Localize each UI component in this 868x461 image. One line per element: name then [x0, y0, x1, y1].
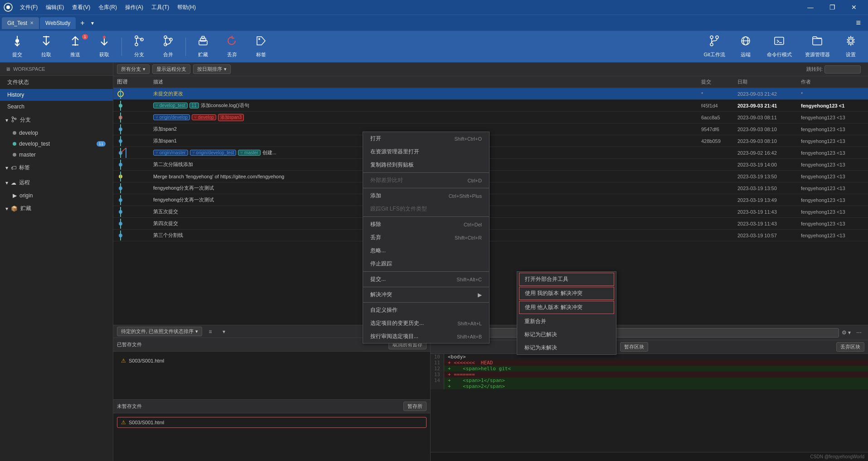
submenu-resolved-label: 标记为已解决: [524, 331, 557, 338]
author-7: fengyehong123 <13: [801, 174, 864, 179]
sidebar-branch-develop-test[interactable]: develop_test 11: [0, 138, 113, 149]
ctx-ignore[interactable]: 忽略...: [363, 244, 489, 257]
history-row-9[interactable]: fengyehong分支再一次测试 2023-03-19 13:49 fengy…: [113, 194, 868, 206]
author-8: fengyehong123 <13: [801, 186, 864, 191]
code-line-13: 13 + =======: [431, 372, 868, 378]
tab-git-test[interactable]: Git_Test ✕: [2, 17, 39, 29]
sidebar-branch-master[interactable]: master: [0, 149, 113, 160]
settings-button[interactable]: 设置: [837, 33, 864, 60]
menu-file[interactable]: 文件(F): [16, 2, 41, 13]
hamburger-menu-icon[interactable]: ≡: [856, 18, 866, 28]
history-row-1[interactable]: ⑂ develop_test 11 添加console.log()语句 f45f…: [113, 100, 868, 112]
history-row-5[interactable]: ⑂ origin/master ⑂ origin/develop_test ⑂ …: [113, 147, 868, 159]
submenu-open-merge-tool[interactable]: 打开外部合并工具: [519, 273, 614, 286]
submenu-mark-unresolved[interactable]: 标记为未解决: [517, 341, 616, 354]
minimize-button[interactable]: —: [800, 0, 821, 15]
tab-webstudy[interactable]: WebStudy: [40, 17, 76, 29]
merge-button[interactable]: 合并: [155, 33, 182, 60]
tab-dropdown-button[interactable]: ▾: [88, 18, 97, 28]
list-view-btn[interactable]: ≡: [205, 326, 216, 337]
history-row-4[interactable]: 添加span1 428b059 2023-09-03 08:10 fengyeh…: [113, 135, 868, 147]
commit-button[interactable]: 提交: [4, 33, 31, 60]
ctx-commit[interactable]: 提交... Shift+Alt+C: [363, 273, 489, 286]
pull-button[interactable]: 拉取: [33, 33, 60, 60]
ctx-open-explorer[interactable]: 在资源管理器里打开: [363, 145, 489, 158]
graph-0: [117, 89, 153, 99]
svg-point-24: [716, 36, 718, 39]
discard-block-btn[interactable]: 丢弃区块: [836, 342, 864, 352]
jumpto-input[interactable]: [824, 65, 861, 74]
tab-git-test-close[interactable]: ✕: [30, 20, 34, 25]
submenu-remerge[interactable]: 重新合并: [517, 315, 616, 328]
code-line-10: 10 <body>: [431, 354, 868, 360]
maximize-button[interactable]: ❐: [822, 0, 843, 15]
history-row-3[interactable]: 添加span2 9547df6 2023-09-03 08:10 fengyeh…: [113, 123, 868, 135]
date-5: 2023-09-02 16:42: [737, 150, 801, 156]
sidebar-section-stash[interactable]: ▾ 📦 贮藏: [0, 201, 113, 216]
warning-icon-unstaged: ⚠: [121, 419, 126, 426]
ctx-custom-action[interactable]: 自定义操作: [363, 304, 489, 317]
ctx-resolve-conflict[interactable]: 解决冲突 ▶ 打开外部合并工具 使用 我的版本 解决冲突 使用 他人版本 解决冲…: [363, 288, 489, 301]
sidebar-branch-develop[interactable]: develop: [0, 128, 113, 138]
sidebar-item-filestatus[interactable]: 文件状态: [0, 76, 113, 89]
workspace-header: 🖥 WORKSPACE: [0, 63, 113, 76]
menu-help[interactable]: 帮助(H): [174, 2, 199, 13]
ctx-remove[interactable]: 移除 Ctrl+Del: [363, 218, 489, 231]
branch-filter-dropdown[interactable]: 所有分支 ▾: [117, 64, 150, 74]
diff-settings-btn[interactable]: ⚙ ▾: [841, 327, 852, 338]
ctx-open[interactable]: 打开 Shift+Ctrl+O: [363, 132, 489, 145]
gitflow-button[interactable]: Git工作流: [698, 33, 730, 60]
submenu-mark-resolved[interactable]: 标记为已解决: [517, 328, 616, 341]
sidebar-item-history[interactable]: History: [0, 89, 113, 101]
close-button[interactable]: ✕: [844, 0, 864, 15]
tab-add-button[interactable]: +: [77, 17, 88, 29]
menu-view[interactable]: 查看(V): [68, 2, 94, 13]
ctx-sep-5: [363, 287, 489, 287]
history-row-12[interactable]: 第三个分割线 2023-03-19 10:57 fengyehong123 <1…: [113, 230, 868, 241]
history-row-10[interactable]: 第五次提交 2023-03-19 11:43 fengyehong123 <13: [113, 206, 868, 218]
sidebar-section-remotes[interactable]: ▾ ☁ 远程: [0, 175, 113, 190]
line-number: 14: [431, 378, 444, 383]
ctx-discard[interactable]: 丢弃 Shift+Ctrl+R: [363, 231, 489, 244]
remote-button[interactable]: 远端: [732, 33, 759, 60]
history-row-8[interactable]: fengyehong分支再一次测试 2023-03-19 13:50 fengy…: [113, 182, 868, 194]
ctx-stop-tracking[interactable]: 停止跟踪: [363, 257, 489, 270]
stage-all-btn[interactable]: 暂存所: [403, 402, 427, 411]
file-filter-dropdown[interactable]: 待定的文件, 已依照文件状态排序 ▾: [117, 327, 202, 336]
sidebar-section-branches[interactable]: ▾ 分支: [0, 113, 113, 128]
submenu-use-mine[interactable]: 使用 我的版本 解决冲突: [519, 287, 614, 300]
explorer-button[interactable]: 资源管理器: [799, 33, 835, 60]
history-row-0[interactable]: 未提交的更改 * 2023-09-03 21:42 *: [113, 88, 868, 100]
stage-block-btn[interactable]: 暂存区块: [620, 342, 648, 352]
sidebar-item-search[interactable]: Search: [0, 101, 113, 113]
unstaged-file-0[interactable]: ⚠ S003/S001.html: [117, 417, 427, 428]
menu-action[interactable]: 操作(A): [121, 2, 147, 13]
menu-repo[interactable]: 仓库(R): [95, 2, 121, 13]
staged-file-0[interactable]: ⚠ S003/S001.html: [117, 355, 427, 366]
ctx-change-history[interactable]: 选定项目的变更历史... Shift+Alt+L: [363, 317, 489, 330]
history-row-11[interactable]: 第四次提交 2023-03-19 11:43 fengyehong123 <13: [113, 218, 868, 230]
terminal-button[interactable]: 命令行模式: [761, 33, 797, 60]
sidebar-section-tags[interactable]: ▾ 🏷 标签: [0, 160, 113, 175]
history-row-6[interactable]: 第二次分隔线添加 2023-03-19 14:00 fengyehong123 …: [113, 159, 868, 171]
branch-filter-label: 所有分支: [121, 66, 141, 73]
fetch-button[interactable]: 获取: [91, 33, 118, 60]
history-row-7[interactable]: Merge branch 'fengyehong' of https://git…: [113, 171, 868, 182]
menu-edit[interactable]: 编辑(E): [42, 2, 68, 13]
sidebar-remote-origin[interactable]: ▶ origin: [0, 190, 113, 201]
branch-button[interactable]: 分支: [126, 33, 153, 60]
history-row-2[interactable]: ⑂ origin/develop ⑂ develop 添加span3 6acc8…: [113, 112, 868, 123]
sort-dropdown[interactable]: 按日期排序 ▾: [193, 64, 231, 74]
author-10: fengyehong123 <13: [801, 209, 864, 215]
discard-button[interactable]: 丢弃: [218, 33, 246, 60]
menu-tools[interactable]: 工具(T): [148, 2, 173, 13]
submenu-use-theirs[interactable]: 使用 他人版本 解决冲突: [519, 301, 614, 314]
ctx-copy-path[interactable]: 复制路径到剪贴板: [363, 158, 489, 172]
show-remote-btn[interactable]: 显示远程分支: [152, 64, 190, 74]
stash-button[interactable]: 贮藏: [189, 33, 217, 60]
tag-button[interactable]: 标签: [247, 33, 275, 60]
ctx-review[interactable]: 按行审阅选定项目... Shift+Alt+B: [363, 330, 489, 343]
diff-more-btn[interactable]: ⋯: [853, 327, 864, 338]
ctx-add[interactable]: 添加 Ctrl+Shift+Plus: [363, 189, 489, 202]
view-options-btn[interactable]: ▾: [218, 326, 229, 337]
